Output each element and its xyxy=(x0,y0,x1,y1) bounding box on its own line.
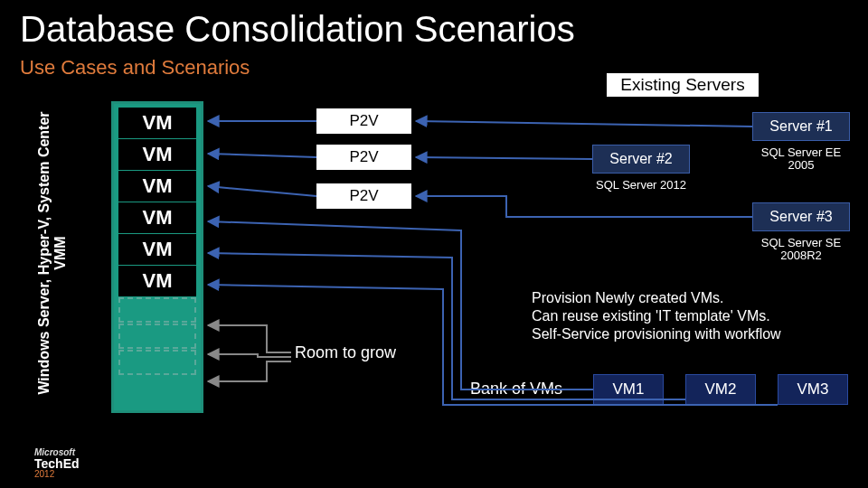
vm-slot: VM xyxy=(118,108,196,138)
vm-slot: VM xyxy=(118,234,196,265)
p2v-label-2: P2V xyxy=(316,145,411,170)
p2v-label-1: P2V xyxy=(316,108,411,134)
footer-logo: Microsoft TechEd 2012 xyxy=(34,448,80,479)
p2v-label-3: P2V xyxy=(316,183,411,209)
sidebar-label-line2: VMM xyxy=(52,99,69,407)
page-subtitle: Use Cases and Scenarios xyxy=(20,56,250,80)
sidebar-label-line1: Windows Server, Hyper-V, System Center xyxy=(36,99,52,407)
provision-line: Provision Newly created VMs. xyxy=(532,289,857,307)
server-3-desc: SQL Server SE 2008R2 xyxy=(750,237,852,263)
provision-text: Provision Newly created VMs. Can reuse e… xyxy=(532,289,857,343)
room-to-grow-label: Room to grow xyxy=(295,343,396,362)
vm-slot: VM xyxy=(118,139,196,170)
vm-empty-slot xyxy=(118,297,196,323)
vm-bank-item: VM2 xyxy=(685,374,756,405)
server-3-box: Server #3 xyxy=(752,202,850,231)
vm-slot: VM xyxy=(118,266,196,296)
vm-empty-slot xyxy=(118,324,196,349)
provision-line: Can reuse existing 'IT template' VMs. xyxy=(532,307,857,325)
provision-line: Self-Service provisioning with workflow xyxy=(532,325,857,343)
server-1-desc: SQL Server EE 2005 xyxy=(750,146,852,173)
vm-slot: VM xyxy=(118,202,196,233)
vm-bank-item: VM3 xyxy=(778,374,848,405)
server-1-box: Server #1 xyxy=(752,112,850,141)
vm-bank-item: VM1 xyxy=(593,374,664,405)
page-title: Database Consolidation Scenarios xyxy=(20,9,575,50)
vm-host-container: VM VM VM VM VM VM xyxy=(111,101,203,413)
existing-servers-label: Existing Servers xyxy=(606,72,760,98)
footer-year: 2012 xyxy=(34,470,80,479)
server-2-box: Server #2 xyxy=(592,145,690,174)
server-2-desc: SQL Server 2012 xyxy=(590,179,692,192)
vm-slot: VM xyxy=(118,171,196,202)
sidebar-label: Windows Server, Hyper-V, System Center V… xyxy=(36,99,68,407)
vm-empty-slot xyxy=(118,350,196,375)
bank-of-vms-label: Bank of VMs xyxy=(470,380,562,399)
